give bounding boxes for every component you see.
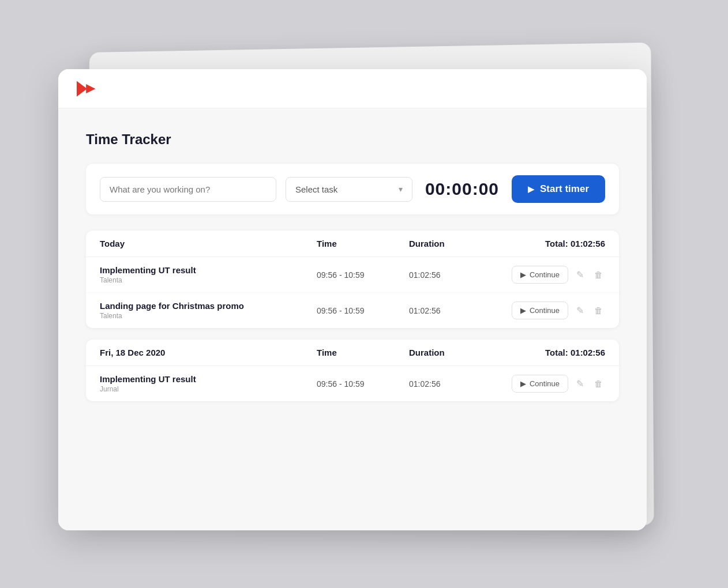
continue-button[interactable]: ▶ Continue — [512, 375, 568, 393]
log-section-1: Fri, 18 Dec 2020TimeDurationTotal: 01:02… — [86, 340, 619, 401]
svg-marker-0 — [77, 81, 87, 96]
log-header-time: Time — [317, 239, 409, 248]
task-info: Landing page for Christmas promoTalenta — [100, 301, 317, 320]
task-info: Implementing UT resultJurnal — [100, 374, 317, 393]
continue-button[interactable]: ▶ Continue — [512, 301, 568, 319]
chevron-down-icon: ▾ — [399, 184, 403, 194]
svg-marker-1 — [86, 84, 95, 93]
delete-button[interactable]: 🗑 — [592, 376, 605, 391]
table-row: Implementing UT resultTalenta09:56 - 10:… — [86, 257, 619, 293]
start-timer-label: Start timer — [540, 183, 589, 195]
log-duration-value: 01:02:56 — [409, 306, 501, 315]
edit-button[interactable]: ✎ — [574, 267, 586, 282]
log-row-actions: ▶ Continue✎🗑 — [501, 375, 605, 393]
play-small-icon: ▶ — [520, 306, 526, 315]
logo-icon — [77, 81, 97, 97]
log-section-0: TodayTimeDurationTotal: 01:02:56Implemen… — [86, 231, 619, 328]
log-row-actions: ▶ Continue✎🗑 — [501, 266, 605, 284]
task-select-label: Select task — [295, 184, 337, 194]
card-front: Time Tracker Select task ▾ 00:00:00 ▶ St… — [58, 69, 647, 530]
header-bar — [58, 69, 647, 108]
timer-bar: Select task ▾ 00:00:00 ▶ Start timer — [86, 164, 619, 214]
play-small-icon: ▶ — [520, 379, 526, 388]
scene: Time Tracker Select task ▾ 00:00:00 ▶ St… — [58, 46, 670, 542]
log-time-range: 09:56 - 10:59 — [317, 379, 409, 389]
log-duration-value: 01:02:56 — [409, 379, 501, 389]
work-description-input[interactable] — [100, 177, 276, 202]
log-section-date: Today — [100, 239, 317, 248]
main-content: Time Tracker Select task ▾ 00:00:00 ▶ St… — [58, 108, 647, 530]
task-name: Landing page for Christmas promo — [100, 301, 317, 311]
log-section-header-0: TodayTimeDurationTotal: 01:02:56 — [86, 231, 619, 257]
log-container: TodayTimeDurationTotal: 01:02:56Implemen… — [86, 231, 619, 401]
task-subtitle: Jurnal — [100, 385, 317, 393]
delete-button[interactable]: 🗑 — [592, 303, 605, 318]
table-row: Landing page for Christmas promoTalenta0… — [86, 293, 619, 328]
play-icon: ▶ — [528, 184, 534, 194]
task-select-dropdown[interactable]: Select task ▾ — [286, 177, 412, 202]
task-subtitle: Talenta — [100, 312, 317, 320]
log-header-time: Time — [317, 348, 409, 357]
delete-button[interactable]: 🗑 — [592, 267, 605, 282]
log-time-range: 09:56 - 10:59 — [317, 306, 409, 315]
page-title: Time Tracker — [86, 131, 619, 148]
log-header-duration: Duration — [409, 239, 501, 248]
log-section-header-1: Fri, 18 Dec 2020TimeDurationTotal: 01:02… — [86, 340, 619, 366]
play-small-icon: ▶ — [520, 270, 526, 279]
log-header-total: Total: 01:02:56 — [501, 239, 605, 248]
log-header-total: Total: 01:02:56 — [501, 348, 605, 357]
log-duration-value: 01:02:56 — [409, 270, 501, 280]
table-row: Implementing UT resultJurnal09:56 - 10:5… — [86, 366, 619, 401]
task-subtitle: Talenta — [100, 276, 317, 284]
log-header-duration: Duration — [409, 348, 501, 357]
task-name: Implementing UT result — [100, 265, 317, 275]
task-info: Implementing UT resultTalenta — [100, 265, 317, 284]
task-name: Implementing UT result — [100, 374, 317, 384]
start-timer-button[interactable]: ▶ Start timer — [512, 175, 605, 203]
log-row-actions: ▶ Continue✎🗑 — [501, 301, 605, 319]
edit-button[interactable]: ✎ — [574, 376, 586, 391]
log-time-range: 09:56 - 10:59 — [317, 270, 409, 280]
continue-button[interactable]: ▶ Continue — [512, 266, 568, 284]
edit-button[interactable]: ✎ — [574, 303, 586, 318]
timer-display: 00:00:00 — [422, 179, 502, 199]
log-section-date: Fri, 18 Dec 2020 — [100, 348, 317, 357]
